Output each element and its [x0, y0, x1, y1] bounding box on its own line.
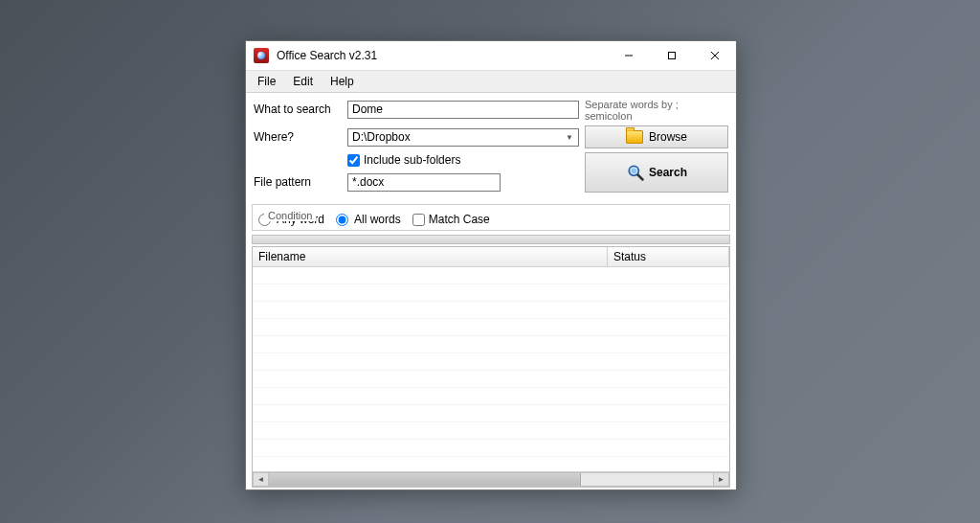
separator-bar: [252, 235, 730, 244]
menu-bar: File Edit Help: [246, 71, 736, 93]
svg-line-2: [711, 52, 719, 59]
window-title: Office Search v2.31: [275, 49, 607, 62]
results-list: Filename Status ◄ ►: [252, 246, 730, 488]
folder-icon: [626, 130, 643, 144]
chevron-down-icon: ▼: [563, 133, 576, 142]
window-controls: [607, 41, 736, 70]
label-what-to-search: What to search: [254, 102, 342, 116]
search-button[interactable]: Search: [585, 152, 728, 193]
minimize-button[interactable]: [607, 41, 650, 70]
browse-label: Browse: [649, 130, 687, 144]
svg-rect-1: [668, 53, 675, 59]
list-header: Filename Status: [253, 247, 729, 267]
scroll-right-button[interactable]: ►: [713, 472, 729, 487]
all-words-radio[interactable]: All words: [336, 213, 401, 226]
condition-group: Condition Any word All words Match Case: [252, 204, 730, 231]
file-pattern-input[interactable]: [347, 173, 501, 192]
app-window: Office Search v2.31 File Edit Help What …: [245, 40, 737, 490]
match-case-label: Match Case: [429, 213, 490, 226]
column-status[interactable]: Status: [608, 247, 729, 266]
horizontal-scrollbar[interactable]: ◄ ►: [253, 471, 729, 487]
scroll-track[interactable]: [269, 472, 713, 487]
magnifier-icon: [626, 163, 645, 182]
condition-legend: Condition: [264, 210, 316, 221]
where-path-combobox[interactable]: D:\Dropbox ▼: [347, 128, 579, 147]
menu-help[interactable]: Help: [323, 73, 362, 90]
maximize-button[interactable]: [650, 41, 693, 70]
titlebar: Office Search v2.31: [246, 41, 736, 71]
include-subfolders-label: Include sub-folders: [364, 153, 460, 167]
search-button-label: Search: [649, 166, 687, 179]
where-path-value: D:\Dropbox: [352, 130, 411, 144]
list-body[interactable]: [253, 267, 729, 471]
include-subfolders-input[interactable]: [347, 154, 360, 167]
scroll-thumb[interactable]: [269, 473, 581, 486]
scroll-left-button[interactable]: ◄: [253, 472, 269, 487]
menu-edit[interactable]: Edit: [285, 73, 321, 90]
svg-point-5: [631, 168, 636, 173]
all-words-label: All words: [354, 213, 401, 226]
include-subfolders-checkbox[interactable]: Include sub-folders: [347, 153, 579, 167]
match-case-input[interactable]: [412, 214, 425, 226]
svg-line-6: [637, 175, 642, 180]
close-button[interactable]: [693, 41, 736, 70]
semicolon-hint: Separate words by ; semicolon: [585, 97, 728, 122]
all-words-input[interactable]: [336, 214, 348, 226]
browse-button[interactable]: Browse: [585, 125, 728, 148]
search-form: What to search Separate words by ; semic…: [246, 93, 736, 198]
label-where: Where?: [254, 130, 342, 144]
label-file-pattern: File pattern: [254, 175, 342, 189]
menu-file[interactable]: File: [250, 73, 283, 90]
column-filename[interactable]: Filename: [253, 247, 608, 266]
svg-line-3: [711, 52, 719, 59]
app-icon: [254, 48, 269, 63]
match-case-checkbox[interactable]: Match Case: [412, 213, 490, 226]
search-text-input[interactable]: [347, 101, 579, 119]
